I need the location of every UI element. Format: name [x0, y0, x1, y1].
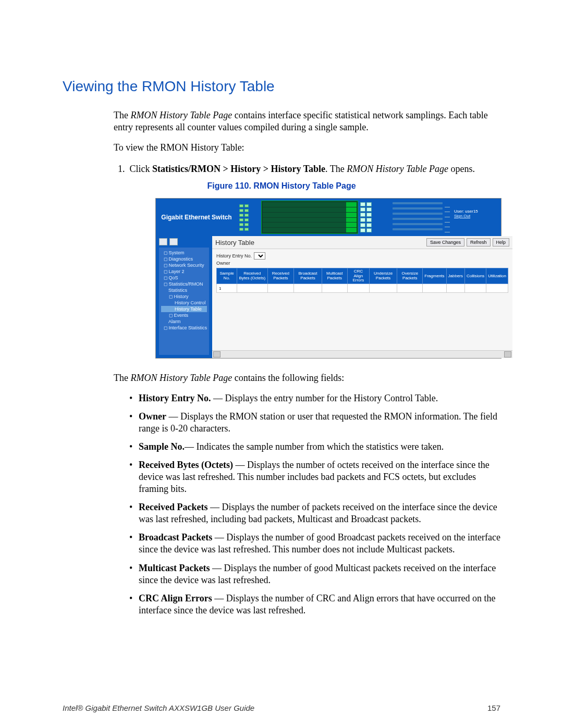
table-cell	[465, 284, 486, 293]
nav-collapse-icon[interactable]	[169, 238, 178, 245]
footer-title: Intel® Gigabit Ethernet Switch AXXSW1GB …	[63, 704, 254, 712]
refresh-button[interactable]: Refresh	[467, 238, 491, 246]
table-cell	[294, 284, 322, 293]
field-definition: CRC Align Errors — Displays the number o…	[129, 593, 500, 616]
save-changes-button[interactable]: Save Changes	[426, 238, 464, 246]
field-term: Multicast Packets	[139, 563, 210, 573]
nav-item[interactable]: Alarm	[161, 318, 207, 325]
step-1: 1. Click Statistics/RMON > History > His…	[129, 163, 500, 175]
nav-item[interactable]: ◻ Events	[161, 312, 207, 318]
fields-lead: The RMON History Table Page contains the…	[114, 372, 500, 384]
field-desc: Indicates the sample number from which t…	[197, 441, 444, 452]
field-term: Received Packets	[139, 502, 207, 512]
menu-path: Statistics/RMON > History > History Tabl…	[152, 164, 325, 174]
field-definition-list: History Entry No. — Displays the entry n…	[129, 392, 500, 616]
field-definition: Received Packets — Displays the number o…	[129, 501, 500, 525]
separator: —	[166, 411, 180, 422]
nav-item[interactable]: ◻ History	[161, 293, 207, 300]
field-term: Received Bytes (Octets)	[139, 460, 233, 470]
separator: —	[211, 393, 225, 403]
column-header: Undersize Packets	[369, 268, 397, 284]
field-definition: Multicast Packets — Displays the number …	[129, 562, 500, 586]
column-header: CRC Align Errors	[347, 268, 369, 284]
field-desc: Displays the entry number for the Histor…	[225, 393, 438, 403]
nav-item[interactable]: ◻ Interface Statistics	[161, 325, 207, 331]
column-header: Sample No.	[217, 268, 237, 284]
owner-label: Owner	[216, 261, 230, 266]
text: The	[114, 110, 130, 120]
separator: —	[212, 593, 226, 603]
table-row: 1	[217, 284, 508, 293]
column-header: Collisions	[465, 268, 486, 284]
table-header-row: Sample No.Received Bytes (Octets)Receive…	[217, 268, 508, 284]
figure-caption: Figure 110. RMON History Table Page	[63, 181, 500, 191]
column-header: Fragments	[423, 268, 446, 284]
column-header: Received Packets	[267, 268, 294, 284]
table-cell	[267, 284, 294, 293]
table-cell	[369, 284, 397, 293]
field-term: Broadcast Packets	[139, 532, 212, 542]
history-table: Sample No.Received Bytes (Octets)Receive…	[216, 268, 508, 293]
column-header: Jabbers	[446, 268, 464, 284]
scroll-right-icon[interactable]	[504, 351, 511, 357]
screenshot: Gigabit Ethernet Switch	[155, 198, 500, 359]
sign-out-link[interactable]: Sign Out	[454, 214, 501, 218]
nav-item[interactable]: Statistics	[161, 287, 207, 293]
field-term: CRC Align Errors	[139, 593, 212, 603]
table-cell	[237, 284, 267, 293]
column-header: Received Bytes (Octets)	[237, 268, 267, 284]
separator: —	[185, 441, 197, 452]
separator: —	[212, 532, 226, 542]
scroll-left-icon[interactable]	[213, 351, 221, 357]
column-header: Broadcast Packets	[294, 268, 322, 284]
nav-item[interactable]: ◻ QoS	[161, 275, 207, 281]
nav-item[interactable]: History Table	[161, 306, 207, 312]
instruction-lead: To view the RMON History Table:	[114, 142, 500, 154]
field-term: History Entry No.	[139, 393, 211, 403]
nav-item[interactable]: ◻ System	[161, 250, 207, 256]
table-cell	[347, 284, 369, 293]
section-heading: Viewing the RMON History Table	[63, 78, 500, 95]
field-term: Owner	[139, 411, 166, 422]
table-cell	[446, 284, 464, 293]
field-definition: Owner — Displays the RMON station or use…	[129, 411, 500, 435]
nav-item[interactable]: ◻ Network Security	[161, 262, 207, 268]
nav-item[interactable]: ◻ Statistics/RMON	[161, 281, 207, 287]
field-term: Sample No.	[139, 441, 185, 452]
page-name: RMON History Table Page	[130, 373, 232, 383]
nav-expand-icon[interactable]	[159, 238, 167, 245]
chassis-graphic	[261, 201, 450, 234]
column-header: Oversize Packets	[397, 268, 423, 284]
separator: —	[210, 563, 224, 573]
table-cell	[423, 284, 446, 293]
app-header: Gigabit Ethernet Switch	[156, 199, 501, 236]
nav-item[interactable]: History Control	[161, 300, 207, 306]
page-name: RMON History Table Page	[347, 164, 448, 174]
text: Click	[130, 164, 153, 174]
field-definition: History Entry No. — Displays the entry n…	[129, 392, 500, 404]
user-area: User: user15 Sign Out	[454, 199, 501, 236]
app-window: Gigabit Ethernet Switch	[155, 198, 501, 359]
table-cell	[322, 284, 347, 293]
nav-item[interactable]: ◻ Layer 2	[161, 268, 207, 275]
text: opens.	[448, 164, 475, 174]
history-entry-select[interactable]	[254, 252, 265, 260]
text: . The	[325, 164, 347, 174]
nav-tree[interactable]: ◻ System◻ Diagnostics◻ Network Security◻…	[159, 248, 209, 355]
current-user: User: user15	[454, 209, 501, 214]
field-definition: Broadcast Packets — Displays the number …	[129, 532, 500, 556]
intro-paragraph: The RMON History Table Page contains int…	[114, 109, 500, 133]
step-number: 1.	[118, 164, 125, 174]
status-leds	[237, 199, 257, 236]
text: contains the following fields:	[232, 373, 344, 383]
nav-item[interactable]: ◻ Diagnostics	[161, 256, 207, 262]
page-number: 157	[487, 704, 500, 712]
field-definition: Sample No.— Indicates the sample number …	[129, 441, 500, 453]
panel-title: History Table	[215, 239, 254, 246]
horizontal-scrollbar[interactable]	[212, 350, 512, 358]
help-button[interactable]: Help	[493, 238, 510, 246]
page-name: RMON History Table Page	[130, 110, 232, 120]
brand-label: Gigabit Ethernet Switch	[156, 199, 237, 236]
separator: —	[207, 502, 222, 512]
field-definition: Received Bytes (Octets) — Displays the n…	[129, 459, 500, 495]
